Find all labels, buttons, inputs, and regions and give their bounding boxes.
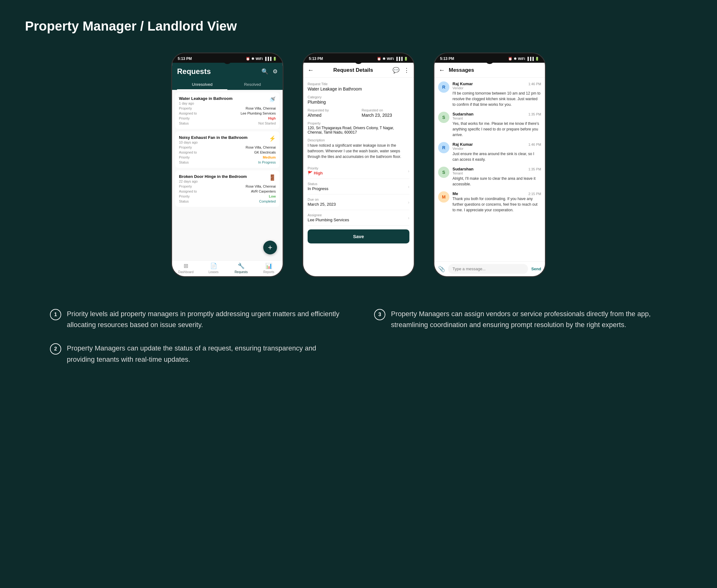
avatar-raj-1: R	[438, 81, 449, 93]
nav-leases-label: Leases	[209, 270, 219, 274]
request-item-3-info: Broken Door Hinge in the Bedroom 22 days…	[179, 174, 249, 183]
due-on-field: Due on March 25, 2023	[308, 197, 336, 207]
message-body-5: Me 2:15 PM Thank you both for coordinati…	[452, 191, 541, 213]
req2-assigned-row: Assigned to GK Electricals	[179, 150, 276, 154]
annotation-text-3: Property Managers can assign vendors or …	[391, 308, 667, 330]
requests-title: Requests	[177, 67, 211, 76]
category-value: Plumbing	[308, 100, 409, 105]
bluetooth-icon-3: ✱	[514, 57, 516, 61]
due-on-chevron: ›	[408, 200, 409, 205]
annotation-3: 3 Property Managers can assign vendors o…	[374, 308, 667, 330]
nav-requests[interactable]: 🔧 Requests	[227, 262, 255, 274]
annotation-text-2: Property Managers can update the status …	[67, 343, 343, 364]
request-item-3[interactable]: Broken Door Hinge in the Bedroom 22 days…	[175, 170, 280, 207]
msg1-text: I'll be coming tomorrow between 10 am an…	[452, 90, 541, 107]
add-request-fab[interactable]: +	[263, 240, 277, 254]
status-bar-2: 5:13 PM ⏰ ✱ WiFi ▐▐▐ 🔋	[303, 54, 414, 63]
priority-field-row[interactable]: Priority 🚩 High ›	[308, 163, 409, 179]
status-icons-3: ⏰ ✱ WiFi ▐▐▐ 🔋	[508, 57, 539, 61]
msg4-sender: Sudarshan	[452, 167, 473, 171]
msg3-role: Vendor	[452, 147, 541, 150]
nav-reports-label: Reports	[263, 270, 274, 274]
message-item-4: S Sudarshan 1:35 PM Tenant Alright, I'll…	[438, 167, 541, 187]
back-button[interactable]: ←	[308, 66, 314, 74]
avatar-raj-2: R	[438, 142, 449, 153]
battery-icon-3: 🔋	[535, 57, 539, 61]
notch-2	[354, 55, 363, 64]
request-item-2[interactable]: Noisy Exhaust Fan in the Bathroom 10 day…	[175, 131, 280, 168]
filter-icon[interactable]: ⚙	[273, 68, 278, 75]
requested-by-col: Requested by Ahmed	[308, 108, 355, 118]
assignee-chevron: ›	[408, 215, 409, 220]
request-item-1-time: 1 day ago	[179, 101, 235, 105]
assignee-field-row[interactable]: Assignee Lee Plumbing Services ›	[308, 210, 409, 226]
request-item-2-header: Noisy Exhaust Fan in the Bathroom 10 day…	[179, 135, 276, 144]
status-chevron: ›	[408, 184, 409, 189]
bluetooth-icon-2: ✱	[383, 57, 385, 61]
detail-screen-title: Request Details	[333, 67, 373, 74]
req1-property-row: Property Rose Villa, Chennai	[179, 106, 276, 110]
attachment-icon[interactable]: 📎	[438, 266, 445, 272]
phone1-screen: Requests 🔍 ⚙ Unresolved Resolved Wat	[172, 63, 283, 276]
tab-unresolved[interactable]: Unresolved	[177, 80, 227, 90]
annotation-num-2: 2	[50, 343, 61, 355]
messages-header: ← Messages	[434, 63, 545, 78]
due-on-field-row[interactable]: Due on March 25, 2023 ›	[308, 194, 409, 210]
messages-back-button[interactable]: ←	[439, 66, 445, 74]
description-label: Description	[308, 138, 409, 142]
status-field-value: In Progress	[308, 186, 328, 191]
request-item-1[interactable]: Water Leakage in Bathroom 1 day ago 🚿 Pr…	[175, 92, 280, 129]
send-button[interactable]: Send	[531, 267, 541, 271]
request-item-1-header: Water Leakage in Bathroom 1 day ago 🚿	[179, 96, 276, 105]
leases-icon: 📄	[210, 262, 217, 269]
req3-priority-label: Priority	[179, 194, 189, 198]
save-button[interactable]: Save	[308, 229, 409, 244]
requests-header: Requests 🔍 ⚙ Unresolved Resolved	[172, 63, 283, 90]
annotation-1: 1 Priority levels aid property managers …	[50, 308, 343, 330]
request-item-2-time: 10 days ago	[179, 141, 250, 144]
nav-dashboard[interactable]: ⊞ Dashboard	[172, 262, 200, 274]
status-field-label: Status	[308, 182, 328, 186]
alarm-icon-3: ⏰	[508, 57, 512, 61]
annotations-section: 1 Priority levels aid property managers …	[25, 302, 692, 371]
phone-request-details: 5:13 PM ⏰ ✱ WiFi ▐▐▐ 🔋 ← Request Details…	[302, 52, 415, 277]
msg4-text: Alright, I'll make sure to clear the are…	[452, 176, 541, 187]
request-item-3-icon: 🚪	[269, 174, 276, 181]
signal-icon: ▐▐▐	[264, 57, 271, 61]
bluetooth-icon: ✱	[251, 57, 254, 61]
status-field-row[interactable]: Status In Progress ›	[308, 179, 409, 194]
status-time-2: 5:13 PM	[309, 57, 323, 61]
search-icon[interactable]: 🔍	[261, 68, 268, 75]
tab-resolved[interactable]: Resolved	[227, 80, 278, 90]
assignee-field: Assignee Lee Plumbing Services	[308, 213, 349, 222]
msg3-top: Raj Kumar 1:46 PM	[452, 142, 541, 147]
req2-priority-label: Priority	[179, 155, 189, 159]
priority-field-label: Priority	[308, 166, 323, 170]
req1-assigned-row: Assigned to Lee Plumbing Services	[179, 111, 276, 115]
request-item-1-icon: 🚿	[269, 96, 276, 103]
msg4-time: 1:35 PM	[528, 167, 541, 171]
msg3-time: 1:46 PM	[528, 143, 541, 146]
message-input[interactable]	[448, 264, 528, 274]
req1-priority-label: Priority	[179, 117, 189, 120]
phone3-screen: ← Messages R Raj Kumar 1:46 PM Vendor I'…	[434, 63, 545, 276]
msg2-text: Yes, that works for me. Please let me kn…	[452, 121, 541, 138]
msg5-sender: Me	[452, 191, 458, 196]
message-icon[interactable]: 💬	[392, 67, 400, 74]
property-section: Property 120, Sri Thyagaraya Road, Drive…	[308, 121, 409, 134]
requested-on-value: March 23, 2023	[362, 113, 409, 118]
nav-leases[interactable]: 📄 Leases	[200, 262, 228, 274]
nav-reports[interactable]: 📊 Reports	[255, 262, 283, 274]
req1-status-label: Status	[179, 121, 189, 125]
property-label: Property	[308, 121, 409, 125]
request-title-label: Request Title	[308, 82, 409, 86]
requested-by-label: Requested by	[308, 108, 355, 112]
more-icon[interactable]: ⋮	[404, 67, 409, 74]
status-field: Status In Progress	[308, 182, 328, 191]
msg3-text: Just ensure the area around the sink is …	[452, 151, 541, 162]
requested-on-label: Requested on	[362, 108, 409, 112]
req2-status-label: Status	[179, 161, 189, 164]
requests-header-top: Requests 🔍 ⚙	[177, 67, 278, 76]
message-item-5: M Me 2:15 PM Thank you both for coordina…	[438, 191, 541, 213]
message-body-4: Sudarshan 1:35 PM Tenant Alright, I'll m…	[452, 167, 541, 187]
